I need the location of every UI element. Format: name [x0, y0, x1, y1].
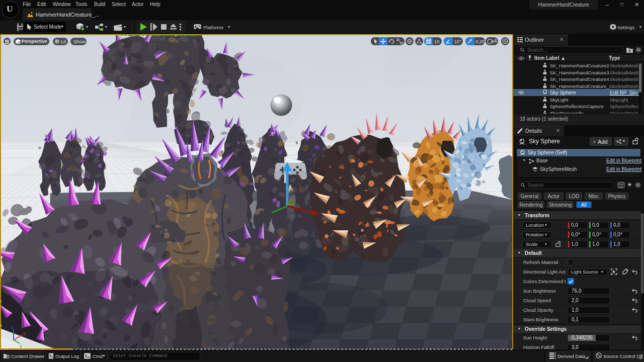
svg-text:z: z: [11, 324, 13, 330]
svg-text:x: x: [23, 331, 26, 336]
